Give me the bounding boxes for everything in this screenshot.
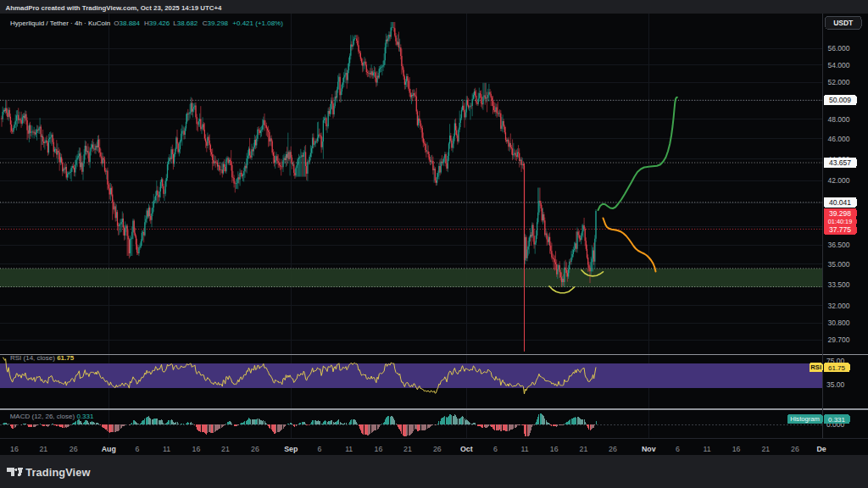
svg-text:16: 16 xyxy=(732,445,741,453)
svg-text:37.775: 37.775 xyxy=(829,225,851,234)
svg-text:USDT: USDT xyxy=(833,19,854,27)
svg-text:H39.426: H39.426 xyxy=(144,19,170,27)
svg-text:36.500: 36.500 xyxy=(828,241,850,249)
svg-text:11: 11 xyxy=(703,445,710,453)
svg-text:26: 26 xyxy=(433,445,442,453)
svg-text:21: 21 xyxy=(761,445,770,453)
svg-text:21: 21 xyxy=(580,445,588,453)
svg-text:RSI (14, close) 61.75: RSI (14, close) 61.75 xyxy=(10,354,75,362)
svg-text:O38.884: O38.884 xyxy=(114,19,140,27)
svg-text:43.657: 43.657 xyxy=(829,158,851,167)
svg-text:46.000: 46.000 xyxy=(828,135,850,143)
svg-text:6: 6 xyxy=(493,445,498,453)
svg-text:54.000: 54.000 xyxy=(828,61,850,69)
svg-text:16: 16 xyxy=(550,445,559,453)
svg-text:Histogram: Histogram xyxy=(790,415,820,423)
svg-text:21: 21 xyxy=(39,445,47,453)
svg-text:52.000: 52.000 xyxy=(828,78,850,86)
svg-text:Hyperliquid / Tether · 4h · Ku: Hyperliquid / Tether · 4h · KuCoin xyxy=(10,19,110,27)
svg-text:Oct: Oct xyxy=(460,445,473,453)
svg-text:16: 16 xyxy=(10,445,19,453)
svg-text:Sep: Sep xyxy=(284,445,298,453)
svg-text:01:40:19: 01:40:19 xyxy=(828,218,852,225)
svg-text:35.00: 35.00 xyxy=(826,380,845,389)
svg-text:6: 6 xyxy=(676,445,680,453)
svg-text:RSI: RSI xyxy=(810,363,821,371)
svg-text:AhmadPro created with TradingV: AhmadPro created with TradingView.com, O… xyxy=(6,4,223,12)
svg-text:C39.298: C39.298 xyxy=(203,19,229,27)
svg-text:32.000: 32.000 xyxy=(828,302,850,310)
svg-text:29.700: 29.700 xyxy=(828,336,850,344)
svg-text:11: 11 xyxy=(163,445,170,453)
svg-text:35.000: 35.000 xyxy=(828,260,850,269)
svg-text:56.000: 56.000 xyxy=(828,44,850,53)
svg-text:48.000: 48.000 xyxy=(828,115,850,124)
svg-text:26: 26 xyxy=(70,445,78,453)
svg-text:26: 26 xyxy=(609,445,617,453)
svg-text:Aug: Aug xyxy=(102,445,116,453)
svg-text:MACD (12, 26, close) 0.331: MACD (12, 26, close) 0.331 xyxy=(10,413,94,420)
svg-text:21: 21 xyxy=(221,445,230,453)
svg-text:50.009: 50.009 xyxy=(829,96,851,104)
svg-text:26: 26 xyxy=(791,445,799,453)
svg-text:Nov: Nov xyxy=(642,445,656,453)
svg-text:42.000: 42.000 xyxy=(828,176,850,185)
svg-text:61.75: 61.75 xyxy=(828,364,846,372)
svg-text:6: 6 xyxy=(136,445,140,453)
svg-text:16: 16 xyxy=(375,445,383,453)
svg-text:11: 11 xyxy=(345,445,353,453)
svg-text:21: 21 xyxy=(403,445,412,453)
svg-text:40.041: 40.041 xyxy=(829,198,851,207)
svg-text:+0.421 (+1.08%): +0.421 (+1.08%) xyxy=(232,19,283,27)
svg-text:0.331: 0.331 xyxy=(828,416,846,424)
svg-text:De: De xyxy=(816,445,826,453)
svg-text:16: 16 xyxy=(192,445,201,453)
svg-text:30.800: 30.800 xyxy=(828,319,850,327)
svg-text:11: 11 xyxy=(520,445,528,453)
svg-text:33.500: 33.500 xyxy=(828,280,850,289)
svg-text:TradingView: TradingView xyxy=(25,466,90,479)
svg-text:L38.682: L38.682 xyxy=(173,19,198,27)
svg-text:6: 6 xyxy=(318,445,322,453)
svg-text:26: 26 xyxy=(251,445,259,453)
svg-text:39.298: 39.298 xyxy=(829,209,851,218)
